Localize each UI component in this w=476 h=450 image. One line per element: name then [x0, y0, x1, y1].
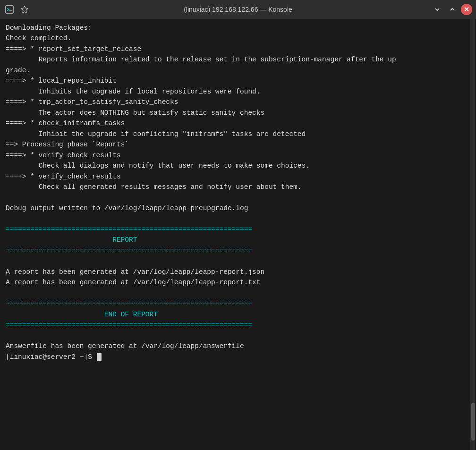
terminal-body[interactable]: Downloading Packages: Check completed. =… [0, 19, 476, 450]
terminal-icon [4, 4, 15, 15]
titlebar-right: ✕ [431, 3, 472, 16]
line-separator2: ========================================… [6, 247, 252, 255]
line-report-header: REPORT [6, 236, 137, 244]
window-title: (linuxiac) 192.168.122.66 — Konsole [184, 6, 292, 13]
line-report-set-desc: Reports information related to the relea… [6, 56, 396, 63]
line-report-txt: A report has been generated at /var/log/… [6, 279, 261, 286]
line-answerfile: Answerfile has been generated at /var/lo… [6, 342, 244, 350]
terminal-output: Downloading Packages: Check completed. =… [6, 23, 470, 362]
line-tmp-actor: ====> * tmp_actor_to_satisfy_sanity_chec… [6, 98, 178, 106]
line-local-repos: ====> * local_repos_inhibit [6, 77, 117, 85]
line-verify-check2: ====> * verify_check_results [6, 173, 121, 180]
line-report-set: ====> * report_set_target_release [6, 45, 141, 53]
close-button[interactable]: ✕ [461, 4, 472, 15]
pin-icon[interactable] [19, 4, 30, 15]
line-verify-check2-desc: Check all generated results messages and… [6, 183, 302, 191]
line-verify-check1-desc: Check all dialogs and notify that user n… [6, 162, 310, 170]
line-separator3: ========================================… [6, 300, 252, 307]
line-processing-phase: ==> Processing phase `Reports` [6, 141, 129, 148]
line-check-completed: Check completed. [6, 34, 71, 42]
scrollbar[interactable] [470, 19, 475, 450]
line-debug-output: Debug output written to /var/log/leapp/l… [6, 204, 248, 212]
line-prompt: [linuxiac@server2 ~]$ [6, 353, 102, 361]
scrollbar-thumb[interactable] [471, 403, 475, 441]
titlebar: (linuxiac) 192.168.122.66 — Konsole ✕ [0, 0, 476, 19]
titlebar-left [4, 4, 30, 15]
line-downloading: Downloading Packages: [6, 24, 92, 32]
minimize-button[interactable] [446, 3, 459, 16]
line-separator1: ========================================… [6, 226, 252, 233]
line-report-json: A report has been generated at /var/log/… [6, 268, 264, 276]
dropdown-button[interactable] [431, 3, 444, 16]
line-separator4: ========================================… [6, 321, 252, 329]
line-end-of-report: END OF REPORT [6, 311, 158, 318]
konsole-window: (linuxiac) 192.168.122.66 — Konsole ✕ Do… [0, 0, 476, 450]
line-grade: grade. [6, 67, 30, 74]
line-check-initramfs-desc: Inhibit the upgrade if conflicting "init… [6, 130, 306, 138]
terminal-cursor [97, 353, 102, 361]
line-check-initramfs: ====> * check_initramfs_tasks [6, 119, 125, 127]
line-local-repos-desc: Inhibits the upgrade if local repositori… [6, 88, 261, 95]
line-verify-check1: ====> * verify_check_results [6, 152, 121, 159]
line-tmp-actor-desc: The actor does NOTHING but satisfy stati… [6, 109, 264, 117]
